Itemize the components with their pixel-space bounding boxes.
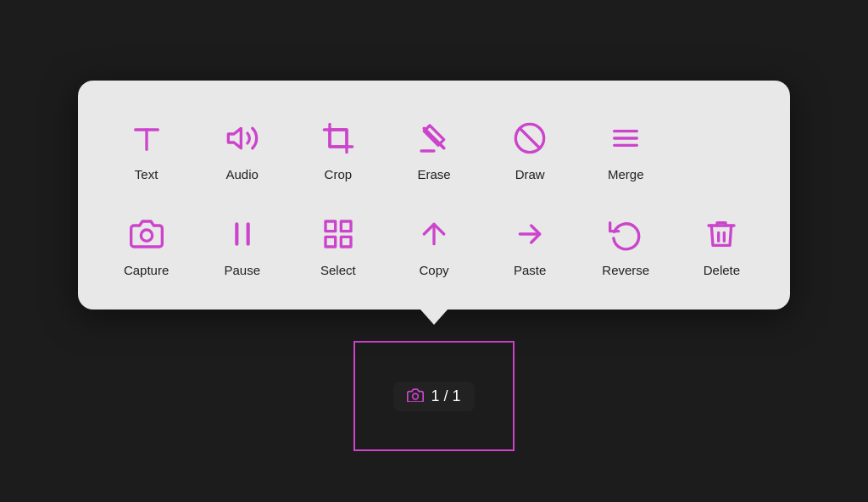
merge-tool[interactable]: Merge: [578, 104, 674, 193]
popup-arrow: [420, 310, 448, 325]
reverse-label: Reverse: [602, 263, 649, 277]
tools-popup: Text Audio: [78, 81, 790, 310]
draw-icon: [509, 118, 550, 159]
crop-icon: [318, 118, 359, 159]
merge-icon: [605, 118, 646, 159]
erase-icon: [414, 118, 454, 159]
select-tool[interactable]: Select: [290, 200, 386, 289]
erase-tool[interactable]: Erase: [386, 104, 481, 193]
delete-icon: [701, 214, 742, 254]
delete-label: Delete: [704, 263, 740, 277]
pause-label: Pause: [224, 263, 260, 277]
camera-frame: 1 / 1: [353, 341, 515, 451]
audio-icon: [222, 118, 263, 159]
copy-tool[interactable]: Copy: [386, 200, 481, 289]
merge-label: Merge: [608, 167, 644, 181]
camera-badge-text: 1 / 1: [431, 388, 460, 405]
tools-grid: Text Audio: [98, 104, 770, 289]
text-icon: [126, 118, 167, 159]
draw-label: Draw: [515, 167, 545, 181]
draw-tool[interactable]: Draw: [482, 104, 578, 193]
delete-tool[interactable]: Delete: [674, 200, 770, 289]
capture-icon: [126, 214, 167, 254]
select-label: Select: [320, 263, 356, 277]
svg-marker-3: [228, 128, 241, 148]
capture-label: Capture: [124, 263, 169, 277]
pause-icon: [222, 214, 263, 254]
pause-tool[interactable]: Pause: [194, 200, 290, 289]
crop-tool[interactable]: Crop: [290, 104, 386, 193]
select-icon: [318, 214, 359, 254]
text-label: Text: [135, 167, 159, 181]
audio-label: Audio: [226, 167, 259, 181]
svg-rect-17: [341, 237, 351, 247]
text-tool[interactable]: Text: [98, 104, 194, 193]
svg-point-0: [413, 393, 419, 399]
reverse-icon: [605, 214, 646, 254]
svg-rect-4: [330, 130, 347, 147]
camera-badge-icon: [407, 387, 424, 406]
paste-tool[interactable]: Paste: [482, 200, 578, 289]
camera-bottom-element: 1 / 1: [353, 341, 515, 451]
reverse-tool[interactable]: Reverse: [578, 200, 674, 289]
erase-label: Erase: [417, 167, 450, 181]
paste-label: Paste: [514, 263, 546, 277]
audio-tool[interactable]: Audio: [194, 104, 290, 193]
svg-rect-18: [326, 237, 336, 247]
svg-point-12: [141, 230, 152, 241]
popup-wrapper: Text Audio: [78, 81, 790, 325]
svg-rect-16: [341, 221, 351, 231]
svg-rect-15: [326, 221, 336, 231]
crop-label: Crop: [325, 167, 353, 181]
camera-badge: 1 / 1: [393, 382, 474, 411]
svg-line-8: [520, 128, 540, 148]
capture-tool[interactable]: Capture: [98, 200, 194, 289]
paste-icon: [509, 214, 550, 254]
copy-icon: [414, 214, 454, 254]
copy-label: Copy: [419, 263, 448, 277]
